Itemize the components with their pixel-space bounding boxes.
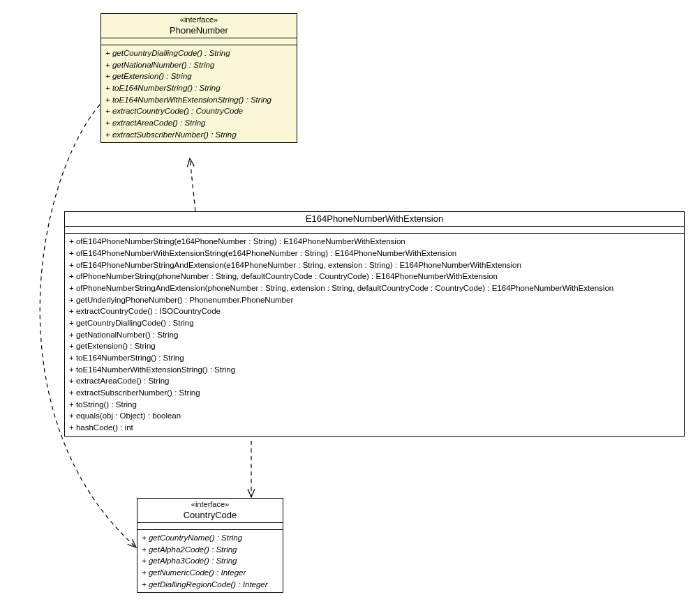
stereotype: «interface» [104, 15, 294, 25]
operation-row: + extractAreaCode() : String [105, 117, 292, 129]
operation-row: + getExtension() : String [69, 340, 680, 352]
operations-compartment: + getCountryName() : String+ getAlpha2Co… [137, 530, 283, 592]
attributes-compartment [137, 523, 283, 530]
operation-row: + getCountryName() : String [142, 532, 278, 544]
class-title: «interface» CountryCode [137, 499, 283, 523]
operation-row: + extractAreaCode() : String [69, 375, 680, 387]
class-box-country-code: «interface» CountryCode + getCountryName… [137, 498, 283, 593]
attributes-compartment [65, 227, 684, 234]
operation-row: + hashCode() : int [69, 422, 680, 434]
operation-row: + getNationalNumber() : String [69, 329, 680, 341]
operation-row: + extractSubscriberNumber() : String [105, 129, 292, 141]
operation-row: + toE164NumberString() : String [105, 82, 292, 94]
operation-row: + getExtension() : String [105, 70, 292, 82]
operation-row: + toString() : String [69, 399, 680, 411]
operation-row: + getNumericCode() : Integer [142, 567, 278, 579]
class-name: PhoneNumber [104, 25, 294, 36]
operation-row: + extractCountryCode() : ISOCountryCode [69, 305, 680, 317]
operation-row: + toE164NumberWithExtensionString() : St… [69, 364, 680, 376]
operation-row: + extractCountryCode() : CountryCode [105, 105, 292, 117]
class-name: CountryCode [140, 510, 280, 521]
class-box-e164: E164PhoneNumberWithExtension + ofE164Pho… [64, 211, 685, 437]
operation-row: + ofE164PhoneNumberStringAndExtension(e1… [69, 259, 680, 271]
operations-compartment: + getCountryDiallingCode() : String+ get… [101, 45, 297, 142]
operation-row: + getUnderlyingPhoneNumber() : Phonenumb… [69, 294, 680, 306]
operation-row: + ofPhoneNumberStringAndExtension(phoneN… [69, 282, 680, 294]
class-title: «interface» PhoneNumber [101, 14, 297, 38]
operation-row: + toE164NumberString() : String [69, 352, 680, 364]
operation-row: + extractSubscriberNumber() : String [69, 387, 680, 399]
operation-row: + toE164NumberWithExtensionString() : St… [105, 94, 292, 106]
class-box-phone-number: «interface» PhoneNumber + getCountryDial… [100, 13, 297, 143]
class-title: E164PhoneNumberWithExtension [65, 212, 684, 227]
operation-row: + equals(obj : Object) : boolean [69, 410, 680, 422]
operations-compartment: + ofE164PhoneNumberString(e164PhoneNumbe… [65, 234, 684, 435]
class-name: E164PhoneNumberWithExtension [68, 213, 681, 225]
operation-row: + ofE164PhoneNumberString(e164PhoneNumbe… [69, 236, 680, 248]
operation-row: + getCountryDiallingCode() : String [105, 47, 292, 59]
attributes-compartment [101, 38, 297, 45]
operation-row: + getCountryDiallingCode() : String [69, 317, 680, 329]
operation-row: + getDiallingRegionCode() : Integer [142, 579, 278, 591]
operation-row: + ofE164PhoneNumberWithExtensionString(e… [69, 248, 680, 259]
stereotype: «interface» [140, 500, 280, 510]
operation-row: + ofPhoneNumberString(phoneNumber : Stri… [69, 271, 680, 282]
connector-e164-implements-phonenumber [190, 158, 195, 211]
operation-row: + getAlpha2Code() : String [142, 544, 278, 556]
operation-row: + getAlpha3Code() : String [142, 555, 278, 567]
operation-row: + getNationalNumber() : String [105, 59, 292, 71]
